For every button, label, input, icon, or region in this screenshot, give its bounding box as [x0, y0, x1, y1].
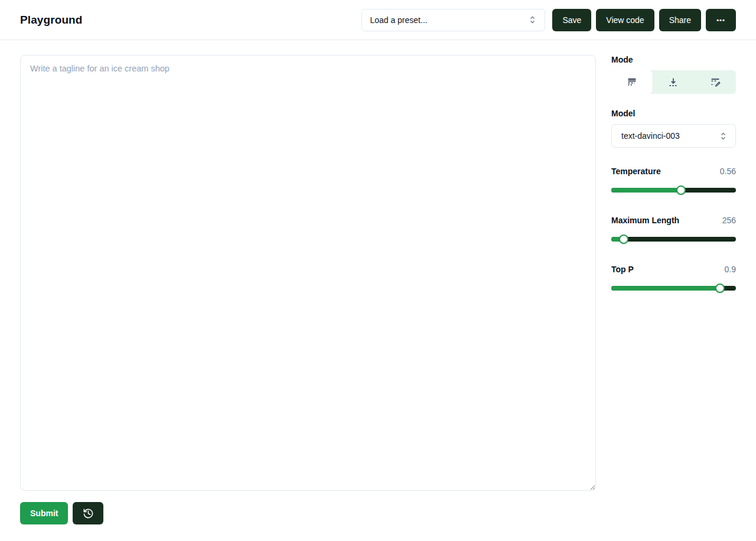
- footer-actions: Submit: [0, 491, 756, 524]
- header: Playground Load a preset... Save View co…: [0, 0, 756, 40]
- mode-toggle-group: [611, 70, 736, 94]
- settings-sidebar: Mode: [611, 55, 736, 491]
- model-select[interactable]: text-davinci-003: [611, 124, 736, 148]
- maximum-length-section: Maximum Length 256: [611, 216, 736, 244]
- temperature-section: Temperature 0.56: [611, 167, 736, 195]
- top-p-value: 0.9: [725, 265, 736, 274]
- mode-label: Mode: [611, 55, 736, 64]
- complete-mode-icon: [625, 76, 638, 89]
- view-code-button[interactable]: View code: [596, 9, 654, 31]
- prompt-textarea[interactable]: [20, 55, 596, 491]
- mode-insert-button[interactable]: [653, 70, 694, 94]
- temperature-label: Temperature: [611, 167, 661, 176]
- main-content: Mode: [0, 40, 756, 491]
- chevrons-up-down-icon: [528, 15, 537, 24]
- model-label: Model: [611, 109, 736, 118]
- temperature-slider[interactable]: [611, 185, 736, 195]
- slider-thumb[interactable]: [676, 185, 686, 195]
- temperature-value: 0.56: [720, 167, 736, 176]
- insert-mode-icon: [667, 76, 680, 89]
- load-preset-placeholder: Load a preset...: [370, 15, 427, 25]
- chevrons-up-down-icon: [719, 132, 728, 141]
- mode-complete-button[interactable]: [611, 70, 653, 94]
- edit-mode-icon: [709, 76, 722, 89]
- load-preset-select[interactable]: Load a preset...: [361, 9, 545, 31]
- slider-fill: [611, 188, 681, 193]
- model-select-value: text-davinci-003: [621, 131, 680, 141]
- top-p-label: Top P: [611, 265, 634, 274]
- maximum-length-slider[interactable]: [611, 234, 736, 244]
- header-actions: Load a preset... Save View code Share ••…: [361, 9, 736, 31]
- slider-track: [611, 237, 736, 242]
- top-p-slider[interactable]: [611, 283, 736, 293]
- mode-edit-button[interactable]: [695, 70, 736, 94]
- more-options-button[interactable]: •••: [706, 9, 736, 31]
- maximum-length-value: 256: [722, 216, 736, 225]
- share-button[interactable]: Share: [659, 9, 701, 31]
- page-title: Playground: [20, 14, 83, 27]
- slider-track: [611, 188, 736, 193]
- slider-thumb[interactable]: [619, 234, 628, 244]
- maximum-length-label: Maximum Length: [611, 216, 679, 225]
- ellipsis-icon: •••: [716, 17, 725, 24]
- slider-thumb[interactable]: [715, 283, 725, 293]
- save-button[interactable]: Save: [552, 9, 591, 31]
- history-icon: [83, 508, 94, 519]
- history-button[interactable]: [73, 502, 103, 524]
- top-p-section: Top P 0.9: [611, 265, 736, 293]
- slider-fill: [611, 286, 720, 291]
- submit-button[interactable]: Submit: [20, 502, 68, 524]
